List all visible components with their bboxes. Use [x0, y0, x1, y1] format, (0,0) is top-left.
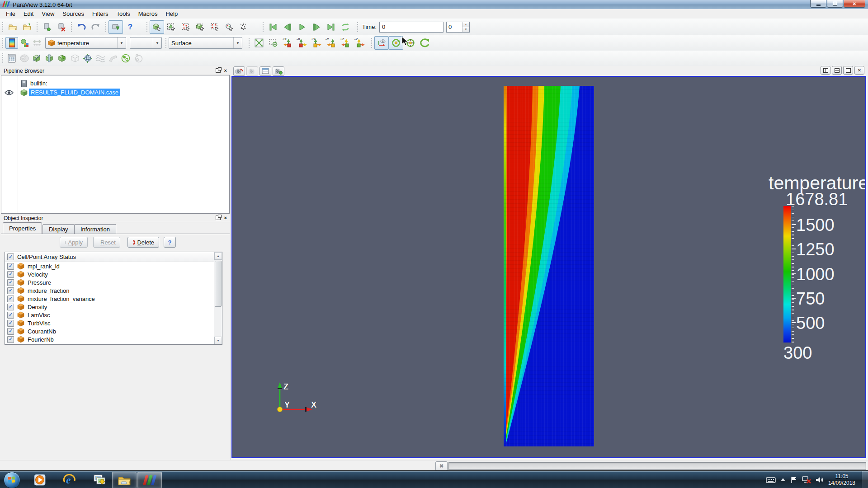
start-button[interactable]: [4, 472, 20, 488]
loop-button[interactable]: [338, 20, 353, 34]
undo-camera-button[interactable]: [233, 66, 245, 76]
array-row[interactable]: Pressure: [5, 278, 222, 286]
color-map-button[interactable]: [5, 37, 18, 49]
reset-center-button[interactable]: [418, 36, 432, 50]
scroll-down-icon[interactable]: ▼: [214, 337, 222, 344]
tray-network-icon[interactable]: [802, 476, 811, 483]
scroll-up-icon[interactable]: ▲: [214, 252, 222, 260]
spin-arrows[interactable]: ▲▼: [462, 22, 469, 32]
disconnect-button[interactable]: [54, 20, 69, 34]
redo-camera-button[interactable]: [246, 66, 258, 76]
client-mode-button[interactable]: [108, 20, 123, 34]
tab-display[interactable]: Display: [42, 224, 75, 234]
edit-color-map-button[interactable]: [18, 37, 31, 49]
frame-spinbox[interactable]: 0 ▲▼: [446, 22, 470, 33]
view-minus-z-button[interactable]: -Z: [353, 36, 368, 50]
float-panel-icon[interactable]: [216, 216, 221, 220]
reset-button[interactable]: Reset: [93, 237, 120, 248]
scroll-thumb[interactable]: [215, 261, 222, 307]
tab-information[interactable]: Information: [74, 224, 116, 234]
undo-button[interactable]: [74, 20, 89, 34]
legend-color-bar[interactable]: [783, 206, 791, 343]
surface-selection-button[interactable]: [150, 20, 164, 34]
pipeline-item-source[interactable]: RESULTS_FLUID_DOMAIN.case: [1, 88, 229, 97]
view-plus-z-button[interactable]: +Z: [339, 36, 353, 50]
next-frame-button[interactable]: [309, 20, 324, 34]
array-row[interactable]: FourierNb: [5, 335, 222, 343]
first-frame-button[interactable]: [266, 20, 280, 34]
time-input[interactable]: 0: [379, 22, 443, 33]
menu-file[interactable]: File: [2, 9, 19, 18]
view-minus-x-button[interactable]: -X: [295, 36, 310, 50]
array-row[interactable]: LamVisc: [5, 311, 222, 319]
array-row[interactable]: mixture_fraction_variance: [5, 295, 222, 303]
clip-button[interactable]: [31, 52, 43, 64]
menu-sources[interactable]: Sources: [58, 9, 88, 18]
checkbox-checked[interactable]: [7, 328, 14, 335]
checkbox-checked[interactable]: [7, 253, 14, 260]
menu-view[interactable]: View: [38, 9, 58, 18]
delete-button[interactable]: Delete: [127, 237, 159, 248]
close-panel-icon[interactable]: ×: [224, 69, 227, 73]
open-file-button[interactable]: [5, 20, 20, 34]
checkbox-checked[interactable]: [7, 336, 14, 343]
select-block-button[interactable]: [222, 20, 236, 34]
reset-camera-button[interactable]: [252, 36, 266, 50]
rescale-range-button[interactable]: [31, 37, 43, 49]
view-minus-y-button[interactable]: -Y: [324, 36, 339, 50]
menu-filters[interactable]: Filters: [88, 9, 112, 18]
taskbar-clock[interactable]: 11:05 14/09/2018: [828, 473, 855, 487]
load-state-button[interactable]: [20, 20, 34, 34]
restore-button[interactable]: [827, 0, 843, 8]
view-options-button[interactable]: [259, 66, 271, 76]
last-frame-button[interactable]: [324, 20, 338, 34]
checkbox-checked[interactable]: [7, 304, 14, 310]
calculator-button[interactable]: [5, 52, 18, 64]
select-cells-on-button[interactable]: [164, 20, 179, 34]
tray-action-center-icon[interactable]: [790, 476, 797, 483]
threshold-button[interactable]: [56, 52, 69, 64]
contour-button[interactable]: [18, 52, 31, 64]
menu-help[interactable]: Help: [161, 9, 182, 18]
close-button[interactable]: ✕: [844, 0, 865, 8]
float-panel-icon[interactable]: [216, 68, 221, 73]
apply-button[interactable]: Apply: [60, 237, 88, 248]
show-desktop-button[interactable]: [862, 471, 868, 488]
array-row[interactable]: Velocity: [5, 270, 222, 278]
tray-show-hidden-icon[interactable]: [780, 478, 786, 482]
array-row[interactable]: Density: [5, 303, 222, 311]
checkbox-checked[interactable]: [7, 296, 14, 302]
close-view-button[interactable]: ✕: [854, 66, 864, 75]
slice-button[interactable]: [43, 52, 56, 64]
checkbox-checked[interactable]: [7, 271, 14, 278]
pipeline-item-builtin[interactable]: builtin:: [1, 79, 229, 88]
taskbar-media-player[interactable]: [28, 472, 52, 488]
interactive-select-button[interactable]: [236, 20, 251, 34]
tab-properties[interactable]: Properties: [3, 222, 42, 234]
taskbar-image-tool[interactable]: [88, 472, 111, 488]
select-points-through-button[interactable]: [208, 20, 222, 34]
source-label[interactable]: RESULTS_FLUID_DOMAIN.case: [29, 89, 120, 96]
previous-frame-button[interactable]: [280, 20, 295, 34]
taskbar-internet-explorer[interactable]: e: [58, 472, 81, 488]
minimize-button[interactable]: [810, 0, 826, 8]
render-view[interactable]: Z Y X temperature 1678.81 1500 1250 1000…: [231, 76, 866, 458]
select-cells-through-button[interactable]: [193, 20, 208, 34]
inspector-help-button[interactable]: ?: [164, 237, 176, 248]
capture-view-button[interactable]: [273, 66, 284, 76]
array-row[interactable]: CourantNb: [5, 327, 222, 335]
array-row[interactable]: mixture_fraction: [5, 286, 222, 295]
play-button[interactable]: [295, 20, 309, 34]
checkbox-checked[interactable]: [7, 312, 14, 319]
taskbar-paraview[interactable]: [137, 472, 162, 488]
array-status-header-row[interactable]: Cell/Point Array Status: [5, 252, 222, 262]
checkbox-checked[interactable]: [7, 263, 14, 270]
close-panel-icon[interactable]: ×: [224, 216, 227, 220]
help-button[interactable]: ?: [123, 20, 137, 34]
array-row[interactable]: TurbVisc: [5, 319, 222, 327]
menu-tools[interactable]: Tools: [112, 9, 134, 18]
representation-select[interactable]: Surface ▼: [169, 37, 242, 49]
warp-vector-button[interactable]: [107, 52, 119, 64]
checkbox-checked[interactable]: [7, 279, 14, 286]
component-select[interactable]: ▼: [130, 37, 162, 49]
